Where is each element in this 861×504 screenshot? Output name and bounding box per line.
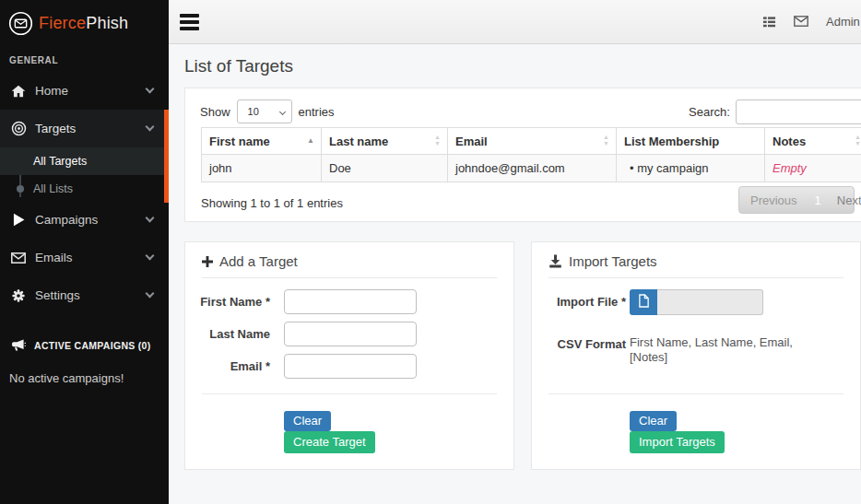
divider <box>548 277 843 278</box>
column-header-first-name[interactable]: First name▲ <box>202 128 322 155</box>
sidebar: FiercePhish GENERAL Home Targets <box>0 0 169 504</box>
sort-icons: ▲▼ <box>434 135 441 147</box>
column-header-list-membership[interactable]: List Membership <box>617 128 765 155</box>
mail-icon[interactable] <box>794 16 808 27</box>
pagination: Previous 1 Next <box>738 186 855 214</box>
create-target-button[interactable]: Create Target <box>284 431 375 453</box>
import-file-label: Import File * <box>532 295 626 309</box>
bullhorn-icon <box>9 339 28 352</box>
sort-icons: ▲▼ <box>855 135 861 147</box>
gear-icon <box>9 288 28 303</box>
targets-table: First name▲ Last name▲▼ Email▲▼ List Mem… <box>201 127 861 182</box>
envelope-icon <box>9 252 28 264</box>
divider <box>202 277 497 278</box>
main-content: List of Targets Show 10 entries Search: <box>169 44 861 504</box>
pagination-page-1[interactable]: 1 <box>815 193 821 207</box>
sidebar-item-targets[interactable]: Targets <box>0 110 169 147</box>
bullseye-icon <box>9 121 28 136</box>
import-targets-button[interactable]: Import Targets <box>630 431 725 453</box>
chevron-down-icon <box>146 288 155 298</box>
chevron-down-icon <box>146 122 155 131</box>
sidebar-section-label: GENERAL <box>9 55 58 65</box>
page-length-control: Show 10 entries <box>200 100 335 123</box>
select-chevron-icon <box>278 109 285 115</box>
import-targets-heading: Import Targets <box>548 253 657 269</box>
page-length-select[interactable]: 10 <box>237 100 292 123</box>
sidebar-item-all-lists[interactable]: All Lists <box>0 175 169 203</box>
admin-menu[interactable]: Admin <box>826 15 861 29</box>
page-title: List of Targets <box>184 56 293 76</box>
active-campaigns-header: ACTIVE CAMPAIGNS (0) <box>0 339 169 352</box>
pagination-previous[interactable]: Previous <box>750 193 797 207</box>
divider <box>548 393 843 394</box>
cell-email: johndoe@gmail.com <box>448 155 617 182</box>
search-input[interactable] <box>736 100 861 124</box>
chevron-down-icon <box>146 84 155 93</box>
email-field[interactable] <box>284 354 417 379</box>
brand-logo[interactable]: FiercePhish <box>0 0 169 46</box>
app-window: FiercePhish GENERAL Home Targets <box>0 0 861 504</box>
sidebar-item-emails[interactable]: Emails <box>0 239 169 276</box>
sidebar-item-settings[interactable]: Settings <box>0 276 169 314</box>
file-icon <box>638 294 650 311</box>
news-log-icon[interactable] <box>762 16 776 29</box>
table-row[interactable]: john Doe johndoe@gmail.com my campaign E… <box>202 155 861 182</box>
clear-import-button[interactable]: Clear <box>630 411 677 431</box>
sidebar-item-label: Targets <box>35 122 76 135</box>
sort-icons: ▲▼ <box>603 135 609 147</box>
sidebar-item-label: Home <box>35 84 68 98</box>
csv-format-line2: [Notes] <box>630 350 667 364</box>
csv-format-line1: First Name, Last Name, Email, <box>630 335 793 349</box>
chevron-down-icon <box>146 251 155 260</box>
last-name-label: Last Name <box>185 327 270 341</box>
file-path-field[interactable] <box>657 289 763 315</box>
table-summary: Showing 1 to 1 of 1 entries <box>201 196 343 210</box>
column-header-last-name[interactable]: Last name▲▼ <box>322 128 448 155</box>
sidebar-item-all-targets[interactable]: All Targets <box>0 147 169 175</box>
cell-last-name: Doe <box>322 155 448 182</box>
chevron-down-icon <box>146 213 155 222</box>
sidebar-item-home[interactable]: Home <box>0 72 169 110</box>
file-browse-button[interactable] <box>630 289 657 315</box>
no-active-campaigns-text: No active campaigns! <box>9 371 124 385</box>
download-icon <box>548 254 562 268</box>
column-header-notes[interactable]: Notes▲▼ <box>765 128 861 155</box>
sidebar-item-label: Settings <box>35 288 80 302</box>
brand-envelope-icon <box>8 11 33 36</box>
column-header-email[interactable]: Email▲▼ <box>448 128 617 155</box>
targets-table-panel: Show 10 entries Search: First name▲ <box>184 88 861 222</box>
email-label: Email * <box>185 359 270 373</box>
last-name-field[interactable] <box>284 322 417 346</box>
cell-notes: Empty <box>765 155 861 182</box>
plus-icon <box>202 256 213 267</box>
import-targets-panel: Import Targets Import File * CSV Format … <box>531 241 861 470</box>
sort-asc-icon: ▲ <box>307 136 314 145</box>
add-target-heading: Add a Target <box>202 253 298 269</box>
home-icon <box>9 85 28 98</box>
cell-first-name: john <box>202 155 322 182</box>
sidebar-item-campaigns[interactable]: Campaigns <box>0 201 169 239</box>
menu-toggle-icon[interactable] <box>180 14 199 33</box>
topbar: Admin <box>169 0 861 44</box>
first-name-label: First Name * <box>185 295 270 309</box>
play-icon <box>9 213 28 227</box>
cell-list-membership: my campaign <box>617 155 765 182</box>
csv-format-label: CSV Format <box>532 337 626 351</box>
clear-add-target-button[interactable]: Clear <box>284 411 331 431</box>
sidebar-item-label: Campaigns <box>35 213 98 227</box>
sidebar-item-label: Emails <box>35 251 73 264</box>
divider <box>202 393 497 394</box>
brand-name: FiercePhish <box>39 14 128 33</box>
table-search-control: Search: <box>689 100 861 124</box>
add-target-panel: Add a Target First Name * Last Name Emai… <box>184 241 514 470</box>
table-header-row: First name▲ Last name▲▼ Email▲▼ List Mem… <box>202 128 861 155</box>
pagination-next[interactable]: Next <box>837 193 861 207</box>
active-section-indicator <box>164 110 169 203</box>
first-name-field[interactable] <box>284 289 417 314</box>
